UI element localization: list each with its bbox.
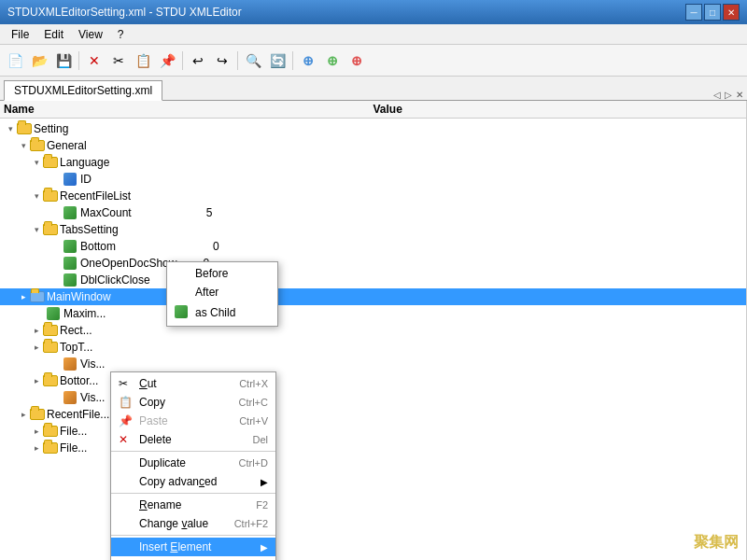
tree-row[interactable]: ▾ General	[0, 137, 746, 154]
menu-edit[interactable]: Edit	[36, 26, 71, 43]
arrow-icon: ▶	[261, 477, 268, 487]
add-element-button[interactable]: ⊕	[345, 49, 368, 72]
as-child-icon	[175, 304, 191, 321]
ctx-rename[interactable]: Rename F2	[111, 496, 275, 514]
node-label: General	[47, 139, 87, 152]
node-label: DblClickClose	[80, 273, 150, 287]
redo-button[interactable]: ↪	[211, 49, 233, 72]
replace-button[interactable]: 🔄	[266, 49, 289, 72]
menu-file[interactable]: File	[4, 26, 36, 43]
delete-button[interactable]: ✕	[83, 49, 106, 72]
tree-row[interactable]: ▸ TopT...	[0, 339, 746, 356]
folder-icon	[30, 138, 45, 153]
tree-row[interactable]: ID	[0, 171, 746, 188]
paste-button[interactable]: 📌	[156, 49, 178, 72]
ctx-cut[interactable]: ✂ Cut Ctrl+X	[111, 374, 275, 393]
folder-icon	[43, 222, 58, 237]
tree-toggle[interactable]: ▾	[4, 124, 17, 133]
add-attr-button[interactable]: ⊕	[321, 49, 344, 72]
toolbar: 📄 📂 💾 ✕ ✂ 📋 📌 ↩ ↪ 🔍 🔄 ⊕ ⊕ ⊕	[0, 45, 747, 77]
ctx-copy[interactable]: 📋 Copy Ctrl+C	[111, 393, 275, 412]
sub-as-child[interactable]: as Child	[167, 301, 277, 324]
ctx-paste[interactable]: 📌 Paste Ctrl+V	[111, 412, 275, 430]
tree-toggle[interactable]: ▸	[30, 427, 43, 436]
ctx-change-value-shortcut: Ctrl+F2	[234, 518, 268, 529]
ctx-change-value[interactable]: Change value Ctrl+F2	[111, 514, 275, 533]
node-label: RecentFile...	[47, 408, 109, 421]
tab-close-button[interactable]: ✕	[736, 90, 743, 100]
tree-toggle[interactable]: ▾	[30, 225, 43, 234]
close-button[interactable]: ✕	[723, 4, 740, 21]
tree-row[interactable]: Maxim...	[0, 305, 746, 322]
menu-view[interactable]: View	[71, 26, 110, 43]
tree-toggle[interactable]: ▸	[30, 326, 43, 335]
ctx-paste-shortcut: Ctrl+V	[239, 415, 268, 427]
tab-prev-button[interactable]: ◁	[713, 90, 721, 100]
tree-row[interactable]: DblClickClose 0	[0, 272, 746, 288]
new-button[interactable]: 📄	[4, 49, 26, 72]
tree-row[interactable]: Vis...	[0, 356, 746, 372]
tree-row-selected[interactable]: ▸ MainWindow	[0, 288, 746, 305]
ctx-insert-attribute[interactable]: Insert Attribute ▶	[111, 556, 275, 560]
ctx-duplicate[interactable]: Duplicate Ctrl+D	[111, 454, 275, 472]
tree-row[interactable]: ▸ Rect...	[0, 322, 746, 339]
maximize-button[interactable]: □	[704, 4, 721, 21]
open-button[interactable]: 📂	[28, 49, 50, 72]
tree-toggle[interactable]: ▾	[30, 191, 43, 201]
tree-row[interactable]: ▾ RecentFileList	[0, 188, 746, 204]
node-label: File...	[60, 425, 87, 438]
tree-toggle[interactable]: ▸	[30, 343, 43, 352]
node-label: Vis...	[80, 357, 105, 371]
sub-after[interactable]: After	[167, 283, 277, 301]
tree-toggle[interactable]: ▾	[30, 158, 43, 167]
undo-button[interactable]: ↩	[187, 49, 209, 72]
sub-before[interactable]: Before	[167, 264, 277, 283]
copy-icon: 📋	[119, 396, 135, 409]
add-node-button[interactable]: ⊕	[297, 49, 319, 72]
menu-help[interactable]: ?	[110, 26, 132, 43]
tree-toggle[interactable]: ▸	[17, 292, 30, 301]
tab-next-button[interactable]: ▷	[725, 90, 732, 100]
cut-button[interactable]: ✂	[107, 49, 130, 72]
node-label: Bottom	[80, 240, 116, 253]
cube-icon	[63, 205, 78, 220]
tree-toggle[interactable]: ▾	[17, 141, 30, 150]
ctx-sep1	[111, 451, 275, 452]
ctx-change-value-label: Change value	[139, 517, 234, 530]
tab-0[interactable]: STDUXMLEditorSetting.xml	[4, 80, 162, 101]
tree-row[interactable]: Bottom 0	[0, 238, 746, 255]
context-menu: ✂ Cut Ctrl+X 📋 Copy Ctrl+C 📌 Paste Ctrl+…	[110, 371, 276, 560]
ctx-insert-element[interactable]: Insert Element ▶	[111, 538, 275, 556]
folder-icon	[43, 155, 58, 170]
sep4	[292, 51, 293, 70]
node-label: Rect...	[60, 324, 92, 337]
window-controls: ─ □ ✕	[685, 4, 740, 21]
tree-toggle[interactable]: ▸	[30, 376, 43, 385]
title-bar: STDUXMLEditorSetting.xml - STDU XMLEdito…	[0, 0, 747, 24]
tab-navigation: ◁ ▷ ✕	[713, 90, 743, 100]
folder-icon	[43, 189, 58, 203]
ctx-rename-shortcut: F2	[256, 499, 268, 511]
header-value: Value	[374, 103, 743, 116]
ctx-copy-advanced[interactable]: Copy advanced ▶	[111, 472, 275, 491]
paste-icon: 📌	[119, 414, 135, 427]
cube-icon	[63, 390, 78, 405]
cube-icon	[47, 306, 62, 321]
tree-row[interactable]: ▾ Setting	[0, 120, 746, 137]
find-button[interactable]: 🔍	[242, 49, 264, 72]
ctx-delete[interactable]: ✕ Delete Del	[111, 430, 275, 449]
tree-row[interactable]: OneOpenDocShow 0	[0, 255, 746, 272]
minimize-button[interactable]: ─	[685, 4, 702, 21]
node-label: File...	[60, 441, 87, 455]
save-button[interactable]: 💾	[52, 49, 75, 72]
tree-row[interactable]: ▾ TabsSetting	[0, 221, 746, 238]
ctx-sep2	[111, 493, 275, 494]
tree-row[interactable]: ▾ Language	[0, 154, 746, 171]
tree-row[interactable]: MaxCount 5	[0, 204, 746, 221]
sep3	[237, 51, 238, 70]
sub-as-child-label: as Child	[195, 306, 235, 319]
tree-toggle[interactable]: ▸	[30, 443, 43, 453]
tree-toggle[interactable]: ▸	[17, 410, 30, 419]
node-label: TabsSetting	[60, 223, 119, 236]
copy-button[interactable]: 📋	[132, 49, 154, 72]
